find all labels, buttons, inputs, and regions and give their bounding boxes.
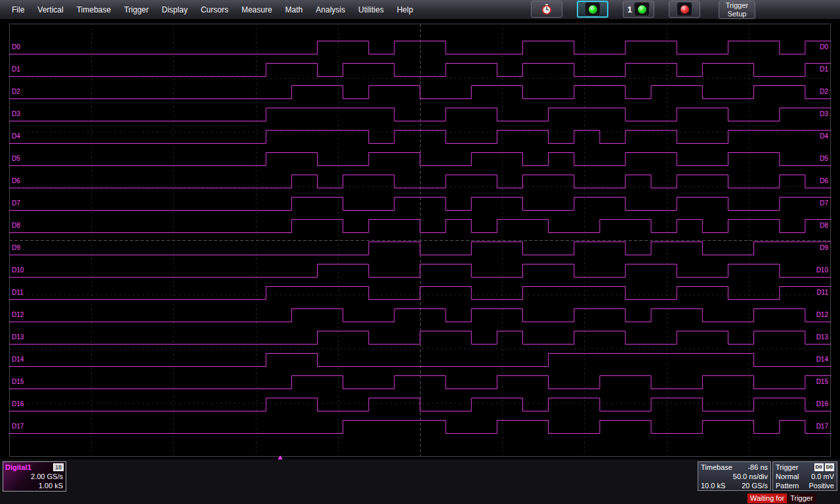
channel-label-right-D5[interactable]: D5	[820, 155, 828, 162]
channel-label-right-D13[interactable]: D13	[816, 333, 829, 341]
channel-label-right-D11[interactable]: D11	[816, 289, 828, 296]
channel-label-right-D15[interactable]: D15	[816, 378, 829, 385]
channel-label-left-D5[interactable]: D5	[12, 155, 20, 162]
trigger-level: 0.0 mV	[811, 472, 834, 481]
channel-label-right-D4[interactable]: D4	[820, 133, 828, 140]
channel-label-left-D3[interactable]: D3	[12, 110, 20, 117]
channel-label-right-D16[interactable]: D16	[816, 400, 829, 408]
channel-label-right-D10[interactable]: D10	[816, 266, 829, 274]
status-primary: Waiting for	[747, 494, 787, 503]
channel-label-left-D9[interactable]: D9	[12, 244, 20, 251]
timebase-scale: 50.0 ns/div	[733, 472, 768, 481]
menu-item-vertical[interactable]: Vertical	[31, 2, 70, 18]
channel-label-left-D8[interactable]: D8	[12, 222, 20, 229]
trigger-mode: Normal	[776, 472, 799, 481]
menu-item-timebase[interactable]: Timebase	[70, 2, 117, 18]
waveform-D5	[9, 153, 831, 166]
digital-traces-plot: D0D0D1D1D2D2D3D3D4D4D5D5D6D6D7D7D8D8D9D9…	[9, 24, 831, 457]
timebase-summary-box[interactable]: Timebase -86 ns 50.0 ns/div 10.0 kS 20 G…	[698, 461, 771, 491]
channel-label-left-D0[interactable]: D0	[12, 43, 20, 51]
trigger-normal-button[interactable]	[577, 1, 608, 18]
trigger-setup-label-line2: Setup	[728, 10, 747, 18]
timebase-title: Timebase	[701, 463, 732, 472]
waveform-D2	[9, 86, 831, 99]
waveform-D16	[9, 398, 831, 411]
descriptor-sample-rate: 2.00 GS/s	[3, 472, 66, 481]
trigger-source-badges: D0 D0	[813, 463, 834, 471]
green-light-icon	[585, 2, 600, 16]
timebase-offset: -86 ns	[747, 463, 768, 472]
channel-label-left-D13[interactable]: D13	[12, 333, 24, 341]
trigger-stop-button[interactable]	[669, 1, 700, 18]
channel-label-right-D9[interactable]: D9	[820, 244, 828, 251]
timebase-rate: 20 GS/s	[742, 481, 768, 490]
channel-label-left-D2[interactable]: D2	[12, 88, 20, 95]
trigger-title: Trigger	[776, 463, 798, 472]
menu-item-utilities[interactable]: Utilities	[352, 2, 390, 18]
waveform-D1	[9, 64, 831, 77]
menu-item-measure[interactable]: Measure	[235, 2, 279, 18]
waveform-D9	[9, 242, 831, 255]
trigger-slope: Positive	[808, 481, 834, 490]
trigger-source-badge: D0	[825, 463, 834, 471]
waveform-D13	[9, 331, 831, 345]
channel-label-left-D6[interactable]: D6	[12, 177, 20, 184]
digital1-descriptor-box[interactable]: Digital1 18 2.00 GS/s 1.00 kS	[3, 461, 66, 492]
channel-label-right-D1[interactable]: D1	[820, 66, 828, 73]
channel-label-right-D6[interactable]: D6	[820, 177, 828, 184]
menu-item-help[interactable]: Help	[390, 2, 420, 18]
menu-item-analysis[interactable]: Analysis	[309, 2, 352, 18]
channel-label-right-D12[interactable]: D12	[816, 311, 829, 318]
menu-item-math[interactable]: Math	[279, 2, 310, 18]
waveform-D10	[9, 264, 831, 278]
waveform-D8	[9, 220, 831, 233]
channel-label-left-D17[interactable]: D17	[12, 423, 24, 430]
trigger-setup-label-line1: Trigger	[726, 1, 748, 10]
menu-item-cursors[interactable]: Cursors	[194, 2, 235, 18]
trigger-status-message: Waiting for Trigger	[747, 494, 816, 503]
descriptor-sample-count: 1.00 kS	[3, 481, 66, 490]
timebase-samples: 10.0 kS	[701, 481, 725, 490]
channel-label-right-D3[interactable]: D3	[820, 110, 828, 117]
menu-item-display[interactable]: Display	[156, 2, 194, 18]
menu-item-file[interactable]: File	[5, 2, 31, 18]
oscilloscope-app: { "menu": { "items": ["File","Vertical",…	[0, 0, 840, 504]
channel-count-badge: 18	[53, 463, 64, 471]
channel-label-right-D7[interactable]: D7	[820, 200, 828, 207]
channel-label-left-D11[interactable]: D11	[12, 289, 24, 296]
trigger-setup-button[interactable]: Trigger Setup	[719, 1, 755, 19]
channel-label-left-D14[interactable]: D14	[12, 356, 24, 363]
channel-label-left-D7[interactable]: D7	[12, 200, 20, 207]
trigger-mode-toolbar: 1	[531, 1, 700, 19]
trigger-summary-box[interactable]: Trigger D0 D0 Normal 0.0 mV Pattern Posi…	[772, 461, 837, 491]
channel-label-left-D4[interactable]: D4	[12, 133, 20, 140]
trigger-type: Pattern	[776, 481, 799, 490]
channel-label-left-D16[interactable]: D16	[12, 400, 24, 408]
descriptor-title: Digital1	[5, 463, 32, 472]
channel-label-left-D10[interactable]: D10	[12, 266, 24, 274]
channel-label-right-D17[interactable]: D17	[816, 423, 829, 430]
red-light-icon	[677, 2, 692, 16]
waveform-D11	[9, 287, 831, 300]
channel-label-right-D0[interactable]: D0	[820, 43, 828, 51]
trigger-source-badge: D0	[814, 463, 824, 471]
channel-label-right-D2[interactable]: D2	[820, 88, 828, 95]
channel-label-right-D8[interactable]: D8	[820, 222, 828, 229]
stopwatch-icon	[541, 3, 553, 15]
channel-label-right-D14[interactable]: D14	[816, 356, 829, 363]
menu-item-trigger[interactable]: Trigger	[117, 2, 156, 18]
waveform-grid-area[interactable]: D0D0D1D1D2D2D3D3D4D4D5D5D6D6D7D7D8D8D9D9…	[9, 24, 831, 457]
channel-label-left-D1[interactable]: D1	[12, 66, 20, 73]
waveform-D17	[9, 421, 831, 434]
menu-bar: FileVerticalTimebaseTriggerDisplayCursor…	[0, 0, 840, 20]
trigger-single-button[interactable]: 1	[623, 1, 654, 18]
green-light-icon	[634, 2, 650, 16]
channel-label-left-D12[interactable]: D12	[12, 311, 24, 318]
status-secondary: Trigger	[787, 494, 816, 503]
channel-label-left-D15[interactable]: D15	[12, 378, 24, 385]
trigger-auto-button[interactable]	[531, 1, 562, 18]
single-count-label: 1	[627, 5, 632, 14]
